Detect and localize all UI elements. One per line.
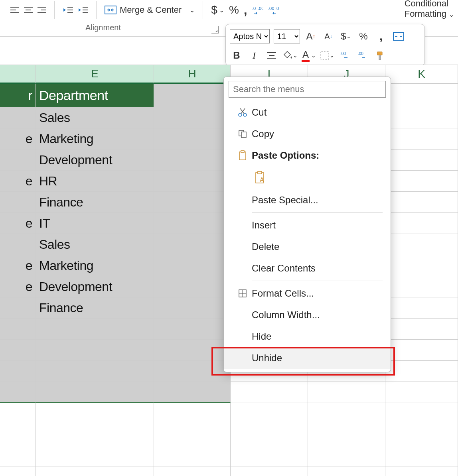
cell-h1[interactable] <box>154 84 231 107</box>
svg-rect-34 <box>241 151 244 153</box>
cell-d4[interactable] <box>0 149 36 171</box>
font-name-select[interactable]: Aptos Na <box>230 29 270 43</box>
increase-decimal-button[interactable]: .0.00 <box>250 2 266 18</box>
svg-text:.0: .0 <box>275 6 279 11</box>
column-width-menu-item[interactable]: Column Width... <box>224 304 391 326</box>
increase-indent-button[interactable] <box>75 2 91 18</box>
svg-rect-32 <box>241 132 246 138</box>
cell-d3[interactable]: e <box>0 128 36 149</box>
cell-k1[interactable] <box>385 84 458 107</box>
increase-decimal-mini-button[interactable]: .00 <box>338 48 352 63</box>
cell-d2[interactable] <box>0 107 36 128</box>
cell-d11[interactable] <box>0 297 36 319</box>
svg-rect-15 <box>105 6 116 14</box>
cell-d6[interactable] <box>0 192 36 213</box>
cell-d-header[interactable]: r <box>0 84 36 107</box>
cell-e6[interactable]: Finance <box>36 192 154 213</box>
currency-button[interactable]: $ ⌄ <box>339 29 353 43</box>
chevron-down-icon: ⌄ <box>190 6 195 14</box>
font-size-select[interactable]: 11 <box>274 29 300 43</box>
svg-line-30 <box>240 108 244 114</box>
align-center-button[interactable] <box>22 2 35 18</box>
svg-rect-33 <box>239 152 246 160</box>
menu-search-input[interactable] <box>229 81 386 98</box>
cut-menu-item[interactable]: Cut <box>224 102 391 123</box>
cell-d7[interactable]: e <box>0 213 36 234</box>
accounting-format-button[interactable]: $ ⌄ <box>209 2 227 18</box>
decrease-indent-button[interactable] <box>60 2 75 18</box>
delete-menu-item[interactable]: Delete <box>224 236 391 258</box>
cell-e-header[interactable]: Department <box>36 84 154 107</box>
paste-keep-source-button[interactable]: A <box>252 169 270 187</box>
align-right-button[interactable] <box>35 2 49 18</box>
cell-e10[interactable]: Development <box>36 276 154 297</box>
svg-text:.00: .00 <box>258 6 263 11</box>
hide-menu-item[interactable]: Hide <box>224 326 391 347</box>
cell-e7[interactable]: IT <box>36 213 154 234</box>
column-header-d[interactable] <box>0 65 36 84</box>
cell-h2[interactable] <box>154 107 231 128</box>
format-cells-menu-item[interactable]: Format Cells... <box>224 283 391 304</box>
clear-contents-menu-item[interactable]: Clear Contents <box>224 258 391 279</box>
cell-e8[interactable]: Sales <box>36 234 154 255</box>
cell-e9[interactable]: Marketing <box>36 255 154 276</box>
bold-button[interactable]: B <box>230 48 243 63</box>
percent-button[interactable]: % <box>357 29 370 43</box>
insert-menu-item[interactable]: Insert <box>224 214 391 236</box>
svg-text:.0: .0 <box>252 6 256 11</box>
svg-rect-36 <box>258 171 262 174</box>
cell-d8[interactable] <box>0 234 36 255</box>
column-header-h[interactable]: H <box>154 65 231 84</box>
svg-text:.00: .00 <box>268 6 274 11</box>
cell-e2[interactable]: Sales <box>36 107 154 128</box>
merge-center-label: Merge & Center <box>120 5 182 15</box>
decrease-decimal-button[interactable]: .00.0 <box>266 2 282 18</box>
comma-format-button[interactable]: , <box>241 2 250 18</box>
comma-button[interactable]: , <box>374 29 388 43</box>
merge-center-button[interactable]: Merge & Center ⌄ <box>102 2 197 18</box>
cell-e3[interactable]: Marketing <box>36 128 154 149</box>
percent-format-button[interactable]: % <box>227 2 241 18</box>
decrease-font-button[interactable]: A↓ <box>322 29 335 43</box>
cell-d10[interactable]: e <box>0 276 36 297</box>
alignment-group-label: Alignment <box>85 23 121 32</box>
format-painter-button[interactable] <box>373 48 387 63</box>
column-header-e[interactable]: E <box>36 65 154 84</box>
svg-text:A: A <box>260 177 264 183</box>
paste-special-menu-item[interactable]: Paste Special... <box>224 189 391 211</box>
conditional-formatting-button[interactable]: Conditional Formatting ⌄ <box>405 0 454 20</box>
svg-rect-24 <box>321 51 329 59</box>
unhide-menu-item[interactable]: Unhide <box>224 347 391 369</box>
cell-e4[interactable]: Development <box>36 149 154 171</box>
merge-center-icon <box>105 6 116 14</box>
clipboard-icon <box>233 150 252 161</box>
context-menu: Cut Copy Paste Options: A Paste Special.… <box>223 77 391 372</box>
merge-button[interactable] <box>392 29 405 43</box>
mini-toolbar: Aptos Na 11 A↑ A↓ $ ⌄ % , B I ⌄ A⌄ ⌄ .00 <box>225 24 425 66</box>
svg-point-28 <box>243 113 247 116</box>
svg-text:.00: .00 <box>358 51 363 56</box>
svg-point-27 <box>239 113 242 116</box>
alignment-dialog-launcher[interactable] <box>211 26 219 33</box>
alignment-button[interactable] <box>265 48 278 63</box>
font-color-button[interactable]: A⌄ <box>302 48 316 63</box>
decrease-decimal-mini-button[interactable]: .00 <box>356 48 369 63</box>
cell-d9[interactable]: e <box>0 255 36 276</box>
format-cells-icon <box>233 289 252 298</box>
copy-menu-item[interactable]: Copy <box>224 123 391 145</box>
svg-text:.00: .00 <box>340 51 346 56</box>
copy-icon <box>233 129 252 139</box>
cell-d5[interactable]: e <box>0 171 36 192</box>
italic-button[interactable]: I <box>247 48 261 63</box>
cell-e5[interactable]: HR <box>36 171 154 192</box>
column-header-k[interactable]: K <box>385 65 458 84</box>
increase-font-button[interactable]: A↑ <box>304 29 318 43</box>
fill-color-button[interactable]: ⌄ <box>282 48 298 63</box>
align-left-button[interactable] <box>8 2 22 18</box>
cell-e11[interactable]: Finance <box>36 297 154 319</box>
borders-button[interactable]: ⌄ <box>320 48 334 63</box>
paste-options-label: Paste Options: <box>224 145 391 166</box>
scissors-icon <box>233 108 252 117</box>
svg-rect-20 <box>393 32 404 40</box>
svg-line-29 <box>241 108 245 114</box>
